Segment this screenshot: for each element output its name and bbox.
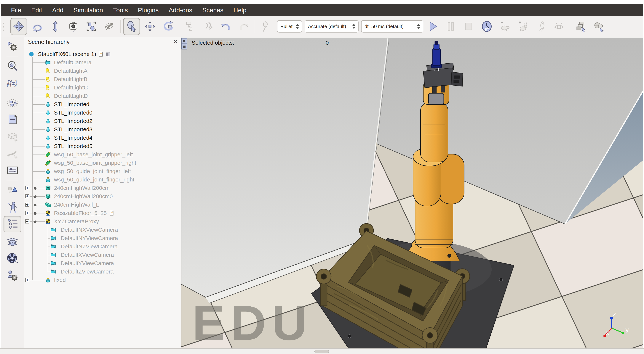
menu-item-edit[interactable]: Edit [26, 4, 47, 16]
page-selector-button[interactable] [573, 18, 589, 34]
close-icon[interactable]: × [172, 38, 179, 45]
bars-icon[interactable] [106, 51, 111, 57]
tree-row-240cmhighwall200cm0[interactable]: +240cmHighWall200cm0 [24, 192, 181, 201]
tree-row-wsg-50-base-joint-gripper-right[interactable]: wsg_50_base_joint_gripper_right [24, 159, 181, 167]
tree-row-wsg-50-guide-joint-finger-left[interactable]: wsg_50_guide_joint_finger_left [24, 167, 181, 176]
tree-row-defaultlightc[interactable]: DefaultLightC [24, 83, 181, 92]
tree-row-staublitx60l-scene-1-[interactable]: StaubliTX60L (scene 1) [24, 50, 181, 58]
tree-row-defaultlightb[interactable]: DefaultLightB [24, 75, 181, 83]
left-toolbar-object-properties-button[interactable] [4, 58, 21, 74]
tree-row-240cmhighwall200cm[interactable]: +240cmHighWall200cm [24, 184, 181, 192]
assemble-icon [184, 21, 196, 32]
combo-spinner[interactable] [351, 24, 358, 29]
tree-row-stl-imported2[interactable]: STL_Imported2 [24, 117, 181, 125]
combo-spinner[interactable] [416, 24, 423, 29]
tree-label: DefaultXViewCamera [61, 252, 114, 258]
menu-item-add[interactable]: Add [47, 4, 68, 16]
left-toolbar-shape-edit-button[interactable] [4, 129, 21, 144]
tree-row-defaultnyviewcamera[interactable]: DefaultNYViewCamera [24, 234, 181, 242]
tree-row-defaultxviewcamera[interactable]: DefaultXViewCamera [24, 251, 181, 259]
script-icon[interactable] [98, 51, 104, 57]
script-icon[interactable] [109, 210, 114, 216]
tree-row-defaultlighta[interactable]: DefaultLightA [24, 67, 181, 75]
tree-row-stl-imported0[interactable]: STL_Imported0 [24, 109, 181, 117]
left-toolbar-user-settings-button[interactable] [4, 268, 21, 283]
menu-item-plugins[interactable]: Plugins [133, 4, 164, 16]
menu-item-simulation[interactable]: Simulation [68, 4, 108, 16]
camera-rotate-button[interactable] [29, 18, 45, 34]
scene-canvas[interactable]: EDU x y z [182, 38, 643, 349]
speed-down-button[interactable] [497, 18, 513, 34]
model-marker [34, 204, 36, 206]
tree-row-xyzcameraproxy[interactable]: −XYZCameraProxy [24, 217, 181, 226]
tree-row-defaultnzviewcamera[interactable]: DefaultNZViewCamera [24, 242, 181, 251]
left-toolbar-collections-button[interactable] [4, 95, 21, 110]
left-toolbar-calculation-modules-button[interactable]: f(x) [4, 75, 21, 91]
left-toolbar-path-edit-button[interactable] [4, 146, 21, 161]
fly-mode-button[interactable] [102, 18, 118, 34]
tree-row-defaultcamera[interactable]: DefaultCamera [24, 58, 181, 67]
combo-accurate-default-[interactable]: Accurate (default) [304, 20, 358, 32]
stop-button[interactable] [461, 18, 477, 34]
pause-button[interactable] [443, 18, 459, 34]
tree-row-defaultlightd[interactable]: DefaultLightD [24, 92, 181, 100]
combo-bullet[interactable]: Bullet [277, 20, 302, 32]
expand-toggle[interactable]: + [25, 186, 30, 190]
view-maximize-button[interactable] [182, 44, 187, 49]
left-toolbar-video-recorder-button[interactable] [4, 251, 21, 266]
tree-row-stl-imported5[interactable]: STL_Imported5 [24, 142, 181, 150]
tree-row-stl-imported3[interactable]: STL_Imported3 [24, 125, 181, 134]
object-translate-button[interactable] [142, 18, 158, 34]
tree-row-defaultyviewcamera[interactable]: DefaultYViewCamera [24, 259, 181, 268]
speed-up-button[interactable] [515, 18, 531, 34]
tree-row-defaultzviewcamera[interactable]: DefaultZViewCamera [24, 268, 181, 276]
toolbar-drag-handle[interactable] [2, 23, 4, 31]
tree-row-wsg-50-base-joint-gripper-left[interactable]: wsg_50_base_joint_gripper_left [24, 150, 181, 159]
scene-selector-button[interactable] [591, 18, 607, 34]
camera-zoom-button[interactable] [47, 18, 63, 34]
object-rotate-button[interactable] [160, 18, 176, 34]
transfer-dna-button[interactable] [200, 18, 216, 34]
3d-viewport[interactable]: EDU x y z Selected objects: 0 [182, 37, 643, 349]
expand-toggle[interactable]: + [25, 203, 30, 207]
tree-row-resizablefloor-5-25[interactable]: +ResizableFloor_5_25 [24, 209, 181, 217]
combo-spinner[interactable] [294, 24, 302, 29]
tree-row-stl-imported4[interactable]: STL_Imported4 [24, 134, 181, 142]
measure-button[interactable] [258, 18, 274, 34]
left-toolbar-scripts-button[interactable] [4, 112, 21, 127]
undo-button[interactable] [218, 18, 234, 34]
expand-toggle[interactable]: + [25, 194, 30, 198]
tree-row-240cmhighwall-l[interactable]: +240cmHighWall_L [24, 201, 181, 209]
collapse-toggle[interactable]: − [25, 219, 30, 224]
redo-button[interactable] [236, 18, 252, 34]
left-toolbar-scene-hierarchy-button[interactable] [4, 216, 22, 232]
camera-pan-button[interactable] [10, 18, 27, 35]
left-toolbar-model-robot-button[interactable] [4, 199, 21, 215]
tree-row-wsg-50-guide-joint-finger-right[interactable]: wsg_50_guide_joint_finger_right [24, 176, 181, 184]
tree-row-fixed[interactable]: +fixed [24, 276, 181, 284]
menu-item-help[interactable]: Help [228, 4, 252, 16]
object-select-button[interactable] [123, 18, 140, 35]
left-toolbar-simulation-settings-button[interactable] [4, 38, 21, 54]
camera-fit-button[interactable] [83, 18, 99, 34]
menu-item-file[interactable]: File [6, 4, 26, 16]
threaded-rendering-button[interactable] [533, 18, 549, 34]
left-toolbar-layers-button[interactable] [4, 234, 21, 249]
combo-dt-50-ms-default-[interactable]: dt=50 ms (default) [361, 20, 423, 32]
visibility-button[interactable] [551, 18, 567, 34]
menu-item-tools[interactable]: Tools [108, 4, 133, 16]
menu-item-scenes[interactable]: Scenes [197, 4, 228, 16]
tree-row-stl-imported[interactable]: STL_Imported [24, 100, 181, 109]
expand-toggle[interactable]: + [25, 211, 30, 215]
horizontal-scrollbar-thumb[interactable] [314, 350, 329, 353]
expand-toggle[interactable]: + [25, 278, 30, 282]
real-time-button[interactable]: RT [479, 18, 495, 34]
view-minimize-button[interactable] [182, 38, 187, 44]
assemble-button[interactable] [182, 18, 198, 34]
tree-row-defaultnxviewcamera[interactable]: DefaultNXViewCamera [24, 226, 181, 234]
left-toolbar-model-shapes-button[interactable] [4, 182, 21, 198]
camera-angle-button[interactable] [65, 18, 81, 34]
play-button[interactable] [424, 18, 440, 34]
left-toolbar-ui-edit-button[interactable] [4, 162, 21, 178]
menu-item-add-ons[interactable]: Add-ons [164, 4, 198, 16]
